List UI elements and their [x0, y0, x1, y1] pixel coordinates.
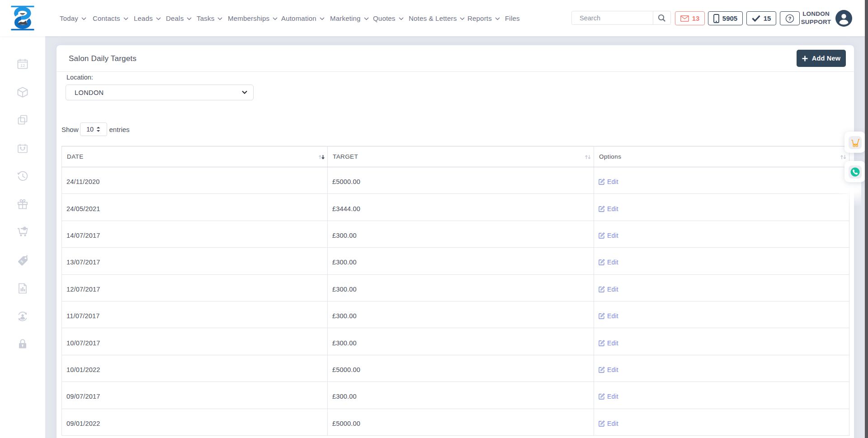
- svg-text:?: ?: [788, 16, 792, 21]
- svg-text:12: 12: [20, 63, 25, 68]
